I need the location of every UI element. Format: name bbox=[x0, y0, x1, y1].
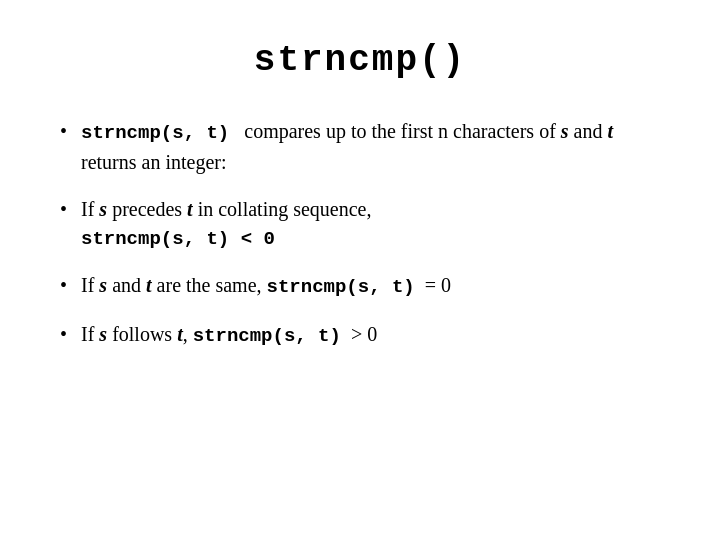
bullet-content-1: strncmp(s, t) compares up to the first n… bbox=[81, 117, 660, 177]
bullet-list: • strncmp(s, t) compares up to the first… bbox=[60, 117, 660, 368]
bullet-dot: • bbox=[60, 117, 67, 146]
text-span: If s follows t, strncmp(s, t) > 0 bbox=[81, 323, 377, 345]
list-item: • strncmp(s, t) compares up to the first… bbox=[60, 117, 660, 177]
list-item: • If s precedes t in collating sequence,… bbox=[60, 195, 660, 254]
slide-title: strncmp() bbox=[60, 40, 660, 81]
list-item: • If s and t are the same, strncmp(s, t)… bbox=[60, 271, 660, 302]
slide: strncmp() • strncmp(s, t) compares up to… bbox=[0, 0, 720, 540]
list-item: • If s follows t, strncmp(s, t) > 0 bbox=[60, 320, 660, 351]
code-span: strncmp(s, t) bbox=[81, 122, 229, 144]
text-span: If s precedes t in collating sequence, bbox=[81, 198, 371, 220]
bullet-dot: • bbox=[60, 271, 67, 300]
bullet-content-4: If s follows t, strncmp(s, t) > 0 bbox=[81, 320, 660, 351]
code-span: strncmp(s, t) bbox=[193, 325, 341, 347]
bullet-dot: • bbox=[60, 320, 67, 349]
code-span: strncmp(s, t) bbox=[267, 276, 415, 298]
text-span: If s and t are the same, strncmp(s, t) =… bbox=[81, 274, 451, 296]
bullet-content-2: If s precedes t in collating sequence, s… bbox=[81, 195, 660, 254]
bullet-dot: • bbox=[60, 195, 67, 224]
bullet-content-3: If s and t are the same, strncmp(s, t) =… bbox=[81, 271, 660, 302]
code-line: strncmp(s, t) < 0 bbox=[81, 226, 660, 254]
